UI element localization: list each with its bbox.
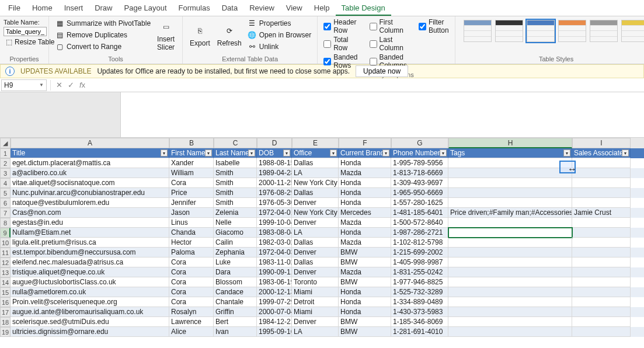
cell-E6[interactable]: Denver [292, 198, 339, 208]
cell-H17[interactable] [448, 307, 572, 317]
cell-B17[interactable]: Rosalyn [169, 307, 214, 317]
row-header-3[interactable]: 3 [0, 168, 11, 178]
row-header-19[interactable]: 19 [0, 327, 11, 337]
row-header-18[interactable]: 18 [0, 317, 11, 327]
cell-I19[interactable] [572, 327, 631, 337]
cell-D8[interactable]: 1999-10-04 [257, 218, 292, 228]
cell-H16[interactable] [448, 297, 572, 307]
cell-G13[interactable]: 1-831-255-0242 [391, 267, 448, 277]
cell-C19[interactable]: Ivan [214, 327, 257, 337]
row-header-9[interactable]: 9 [0, 228, 11, 238]
cell-H14[interactable] [448, 277, 572, 287]
cell-D5[interactable]: 1976-08-29 [257, 188, 292, 198]
cell-B2[interactable]: Xander [169, 158, 214, 168]
cell-F13[interactable]: Mazda [339, 267, 391, 277]
cell-I12[interactable] [572, 257, 631, 267]
cell-B13[interactable]: Cora [169, 267, 214, 277]
cell-E8[interactable]: Denver [292, 218, 339, 228]
cell-A5[interactable]: Nunc.pulvinar.arcu@conubianostraper.edu [11, 188, 169, 198]
cell-H7[interactable]: Price driven;#Family man;#Accessories [448, 208, 572, 218]
cell-F16[interactable]: Honda [339, 297, 391, 307]
row-header-6[interactable]: 6 [0, 198, 11, 208]
cell-G16[interactable]: 1-334-889-0489 [391, 297, 448, 307]
cell-A7[interactable]: Cras@non.com [11, 208, 169, 218]
cell-C17[interactable]: Griffin [214, 307, 257, 317]
cell-D19[interactable]: 1995-09-16 [257, 327, 292, 337]
cell-H12[interactable] [448, 257, 572, 267]
cell-A19[interactable]: ultricies.dignissim@ornare.edu [11, 327, 169, 337]
cell-D14[interactable]: 1983-06-19 [257, 277, 292, 287]
filter-dropdown-icon[interactable]: ▼ [161, 149, 168, 156]
cell-B4[interactable]: Cora [169, 178, 214, 188]
table-style-swatch[interactable] [527, 20, 555, 42]
cell-A3[interactable]: a@aclibero.co.uk [11, 168, 169, 178]
cell-B8[interactable]: Linus [169, 218, 214, 228]
cell-H10[interactable] [448, 238, 572, 248]
cell-C9[interactable]: Giacomo [214, 228, 257, 238]
cell-F17[interactable]: Honda [339, 307, 391, 317]
cell-B18[interactable]: Lawrence [169, 317, 214, 327]
select-all-corner[interactable]: ◢ [0, 138, 11, 148]
table-header-cell[interactable]: Phone Number▼ [391, 148, 448, 158]
filter-dropdown-icon[interactable]: ▼ [563, 149, 570, 156]
filter-dropdown-icon[interactable]: ▼ [382, 149, 389, 156]
row-header-7[interactable]: 7 [0, 208, 11, 218]
ribbon-tab-home[interactable]: Home [26, 0, 58, 16]
cell-G7[interactable]: 1-481-185-6401 [391, 208, 448, 218]
cell-E9[interactable]: LA [292, 228, 339, 238]
cell-A14[interactable]: augue@luctuslobortisClass.co.uk [11, 277, 169, 287]
filter-button-checkbox[interactable]: Filter Button [416, 18, 451, 35]
cell-A8[interactable]: egestas@in.edu [11, 218, 169, 228]
cell-C13[interactable]: Dara [214, 267, 257, 277]
cell-H15[interactable] [448, 287, 572, 297]
cell-A2[interactable]: eget.dictum.placerat@mattis.ca [11, 158, 169, 168]
cancel-formula-button[interactable]: ✕ [53, 81, 65, 89]
cell-A9[interactable]: Nullam@Etiam.net [11, 228, 169, 238]
cell-E7[interactable]: New York City [292, 208, 339, 218]
summarize-pivot-button[interactable]: ▦Summarize with PivotTable [53, 18, 153, 29]
cell-F18[interactable]: BMW [339, 317, 391, 327]
cell-E10[interactable]: Dallas [292, 238, 339, 248]
resize-table-button[interactable]: ⬚ Resize Table [4, 36, 45, 48]
remove-duplicates-button[interactable]: ▤Remove Duplicates [53, 29, 153, 41]
cell-F12[interactable]: BMW [339, 257, 391, 267]
row-header-13[interactable]: 13 [0, 267, 11, 277]
cell-F10[interactable]: Mazda [339, 238, 391, 248]
row-header-11[interactable]: 11 [0, 248, 11, 257]
table-name-input[interactable] [4, 27, 47, 36]
column-header-A[interactable]: A [11, 138, 169, 148]
cell-G10[interactable]: 1-102-812-5798 [391, 238, 448, 248]
cell-B9[interactable]: Chanda [169, 228, 214, 238]
cell-E4[interactable]: New York City [292, 178, 339, 188]
cell-H11[interactable] [448, 248, 572, 257]
table-header-cell[interactable]: Title▼ [11, 148, 169, 158]
cell-B11[interactable]: Paloma [169, 248, 214, 257]
cell-G17[interactable]: 1-430-373-5983 [391, 307, 448, 317]
ribbon-tab-data[interactable]: Data [216, 0, 243, 16]
column-header-I[interactable]: I [572, 138, 631, 148]
cell-D2[interactable]: 1988-08-15 [257, 158, 292, 168]
row-header-2[interactable]: 2 [0, 158, 11, 168]
cell-C8[interactable]: Nelle [214, 218, 257, 228]
table-header-cell[interactable]: DOB▼ [257, 148, 292, 158]
cell-H2[interactable] [448, 158, 572, 168]
cell-G8[interactable]: 1-500-572-8640 [391, 218, 448, 228]
cell-F6[interactable]: Honda [339, 198, 391, 208]
row-header-14[interactable]: 14 [0, 277, 11, 287]
row-header-8[interactable]: 8 [0, 218, 11, 228]
cell-I2[interactable] [572, 158, 631, 168]
column-header-D[interactable]: D [257, 138, 292, 148]
cell-F7[interactable]: Mercedes [339, 208, 391, 218]
cell-H3[interactable] [448, 168, 572, 178]
cell-A16[interactable]: Proin.velit@scelerisqueneque.org [11, 297, 169, 307]
table-style-swatch[interactable] [464, 20, 492, 42]
row-header-10[interactable]: 10 [0, 238, 11, 248]
row-header-1[interactable]: 1 [0, 148, 11, 158]
cell-F14[interactable]: BMW [339, 277, 391, 287]
ribbon-tab-file[interactable]: File [2, 0, 26, 16]
cell-C3[interactable]: Smith [214, 168, 257, 178]
ribbon-tab-page-layout[interactable]: Page Layout [119, 0, 173, 16]
cell-F15[interactable]: Honda [339, 287, 391, 297]
cell-A13[interactable]: tristique.aliquet@neque.co.uk [11, 267, 169, 277]
cell-D4[interactable]: 2000-11-25 [257, 178, 292, 188]
